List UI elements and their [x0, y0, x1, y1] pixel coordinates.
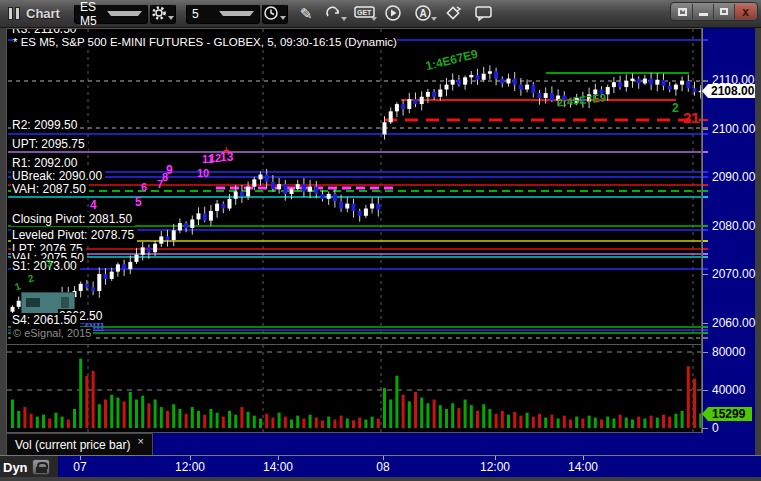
- chevron-down-icon: [107, 11, 142, 20]
- candle-body: [370, 204, 374, 209]
- maximize-button[interactable]: [714, 4, 735, 19]
- volume-bar: [85, 376, 88, 428]
- time-template-button[interactable]: [262, 4, 288, 24]
- candle-body: [438, 89, 442, 96]
- candle-body: [686, 81, 690, 88]
- candle-body: [432, 92, 436, 97]
- volume-bar: [501, 411, 504, 428]
- tab-label: Vol (current price bar): [15, 438, 130, 452]
- candle-body: [104, 274, 108, 279]
- volume-bar: [123, 401, 126, 428]
- volume-bar: [681, 411, 684, 428]
- minimize-button[interactable]: [693, 4, 714, 19]
- level-axis-tick: [703, 248, 708, 250]
- candle-body: [643, 79, 647, 84]
- price-axis[interactable]: 2110.002100.002090.002080.002070.002060.…: [702, 28, 755, 455]
- candle-body: [110, 272, 114, 279]
- candle-body: [147, 247, 151, 252]
- candle-body: [531, 85, 535, 93]
- tab-volume-study[interactable]: Vol (current price bar) ×: [6, 433, 153, 455]
- auto-button[interactable]: A: [414, 4, 438, 24]
- level-axis-tick: [703, 337, 708, 339]
- candle-body: [209, 211, 213, 221]
- candle-body: [655, 80, 659, 85]
- interval-dropdown[interactable]: 5: [186, 4, 260, 24]
- volume-bar: [563, 416, 566, 428]
- lock-icon[interactable]: [32, 459, 50, 475]
- volume-bar: [383, 388, 386, 428]
- candle-body: [420, 97, 424, 104]
- candle-body: [172, 230, 176, 240]
- volume-bar: [278, 413, 281, 428]
- level-axis-tick: [703, 127, 708, 129]
- volume-bar: [253, 416, 256, 428]
- volume-bar: [619, 415, 622, 428]
- candle-body: [612, 82, 616, 87]
- volume-pane[interactable]: [6, 345, 702, 433]
- candle-body: [128, 262, 132, 269]
- candle-body: [333, 194, 337, 201]
- level-axis-tick: [703, 196, 708, 198]
- replay-play-button[interactable]: [384, 4, 408, 24]
- candle-body: [79, 284, 83, 291]
- level-axis-tick: [703, 253, 708, 255]
- tab-close-icon[interactable]: ×: [137, 435, 143, 447]
- candle-body: [519, 85, 523, 90]
- get-data-button[interactable]: GET: [354, 4, 378, 24]
- volume-bar: [532, 417, 535, 428]
- dock-window-button[interactable]: [672, 4, 693, 19]
- candle-body: [680, 81, 684, 85]
- candle-body: [246, 187, 250, 197]
- volume-bar: [687, 366, 690, 428]
- candle-body: [513, 79, 517, 85]
- axis-tick: [703, 274, 708, 275]
- candle-body: [376, 204, 380, 210]
- candle-body: [240, 191, 244, 196]
- close-button[interactable]: x: [735, 4, 756, 19]
- volume-bar: [160, 407, 163, 428]
- volume-bar: [569, 419, 572, 428]
- settings-gear-button[interactable]: [150, 4, 176, 24]
- candle-body: [445, 85, 449, 90]
- candle-body: [277, 184, 281, 189]
- trade-marker-annotation: 6: [141, 181, 147, 193]
- symbol-dropdown[interactable]: ES M5: [74, 4, 148, 24]
- price-pane[interactable]: R3: 2116.50 * ES M5, S&P 500 E-MINI FUTU…: [6, 28, 702, 345]
- comment-button[interactable]: [474, 4, 498, 24]
- candle-body: [624, 81, 628, 87]
- level-axis-tick: [703, 240, 708, 242]
- volume-bar: [364, 419, 367, 428]
- candle-body: [631, 79, 635, 81]
- window-frame: [0, 477, 761, 481]
- volume-bar: [98, 404, 101, 428]
- volume-bar: [674, 414, 677, 428]
- volume-bar: [377, 419, 380, 429]
- candle-body: [550, 93, 554, 100]
- volume-bar: [526, 413, 529, 428]
- draw-pencil-button[interactable]: ✎: [294, 4, 318, 24]
- candle-body: [482, 74, 486, 80]
- volume-bar: [42, 415, 45, 428]
- volume-bar: [470, 405, 473, 428]
- studies-button[interactable]: [324, 4, 348, 24]
- share-button[interactable]: [444, 4, 468, 24]
- candle-body: [327, 194, 331, 199]
- dyn-mode-box: Dyn: [0, 456, 58, 478]
- volume-bar: [612, 419, 615, 429]
- level-axis-tick: [703, 229, 708, 231]
- time-axis[interactable]: Dyn 0712:0014:000812:0014:00: [0, 455, 761, 477]
- volume-bar: [228, 411, 231, 428]
- pivot-label: Closing Pivot: 2081.50: [11, 212, 135, 226]
- candle-body: [314, 187, 318, 194]
- level-axis-tick: [703, 184, 708, 186]
- volume-bar: [538, 414, 541, 428]
- titlebar[interactable]: Chart ES M5 5 ✎: [0, 0, 761, 28]
- candle-body: [476, 75, 480, 80]
- interval-value: 5: [192, 7, 219, 21]
- candle-body: [302, 184, 306, 191]
- volume-bar: [519, 416, 522, 428]
- candle-body: [507, 79, 511, 84]
- candle-body: [538, 93, 542, 98]
- chart-window: Chart ES M5 5 ✎: [0, 0, 761, 481]
- pivot-label: Leveled Pivot: 2078.75: [11, 228, 137, 242]
